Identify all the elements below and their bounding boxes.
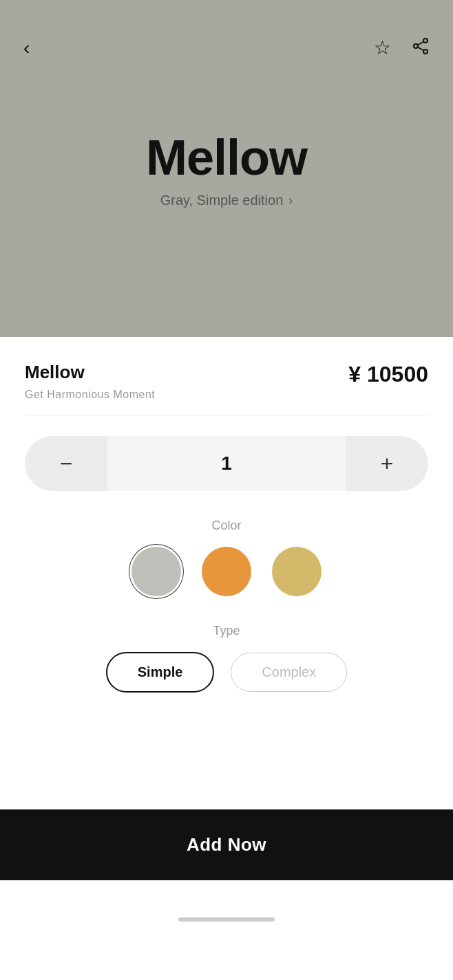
add-to-cart-button[interactable]: Add Now <box>187 834 266 856</box>
svg-line-3 <box>418 42 424 45</box>
hero-banner: ‹ ☆ Mellow Gray, Simple edition <box>0 0 453 337</box>
type-section-label: Type <box>25 624 428 638</box>
add-to-cart-bar: Add Now <box>0 809 453 880</box>
quantity-section: − 1 + <box>0 415 453 512</box>
share-icon <box>412 40 430 58</box>
color-section-label: Color <box>25 519 428 533</box>
hero-product-title: Mellow <box>146 129 307 186</box>
quantity-increase-button[interactable]: + <box>346 436 428 491</box>
favorite-button[interactable]: ☆ <box>371 36 394 61</box>
svg-line-4 <box>418 47 424 51</box>
star-icon: ☆ <box>374 37 391 58</box>
hero-subtitle[interactable]: Gray, Simple edition › <box>160 193 293 208</box>
svg-point-0 <box>423 39 428 43</box>
bottom-home-indicator <box>0 880 453 935</box>
quantity-control: − 1 + <box>25 436 428 491</box>
type-section: Type Simple Complex <box>0 617 453 713</box>
type-options: Simple Complex <box>25 652 428 693</box>
type-option-complex[interactable]: Complex <box>231 653 347 692</box>
color-options <box>25 547 428 596</box>
product-price: ¥ 10500 <box>348 362 428 387</box>
color-option-gray[interactable] <box>131 547 181 596</box>
back-icon: ‹ <box>23 37 30 58</box>
color-option-orange[interactable] <box>202 547 251 596</box>
back-button[interactable]: ‹ <box>21 36 32 61</box>
type-option-simple[interactable]: Simple <box>106 652 215 693</box>
color-option-gold[interactable] <box>272 547 322 596</box>
product-tagline: Get Harmonious Moment <box>25 389 155 401</box>
svg-point-2 <box>414 44 418 48</box>
quantity-decrease-button[interactable]: − <box>25 436 107 491</box>
share-button[interactable] <box>409 34 432 61</box>
top-navigation: ‹ ☆ <box>0 0 453 75</box>
product-info-section: Mellow Get Harmonious Moment ¥ 10500 <box>0 337 453 415</box>
home-indicator-bar <box>178 917 275 922</box>
product-name: Mellow <box>25 362 155 383</box>
nav-actions: ☆ <box>371 34 432 61</box>
hero-subtitle-text: Gray, Simple edition <box>160 193 284 208</box>
content-spacer <box>0 713 453 768</box>
product-details: Mellow Get Harmonious Moment <box>25 362 155 401</box>
quantity-value: 1 <box>107 453 346 475</box>
color-section: Color <box>0 512 453 617</box>
svg-point-1 <box>423 50 428 54</box>
chevron-right-icon: › <box>288 193 293 208</box>
